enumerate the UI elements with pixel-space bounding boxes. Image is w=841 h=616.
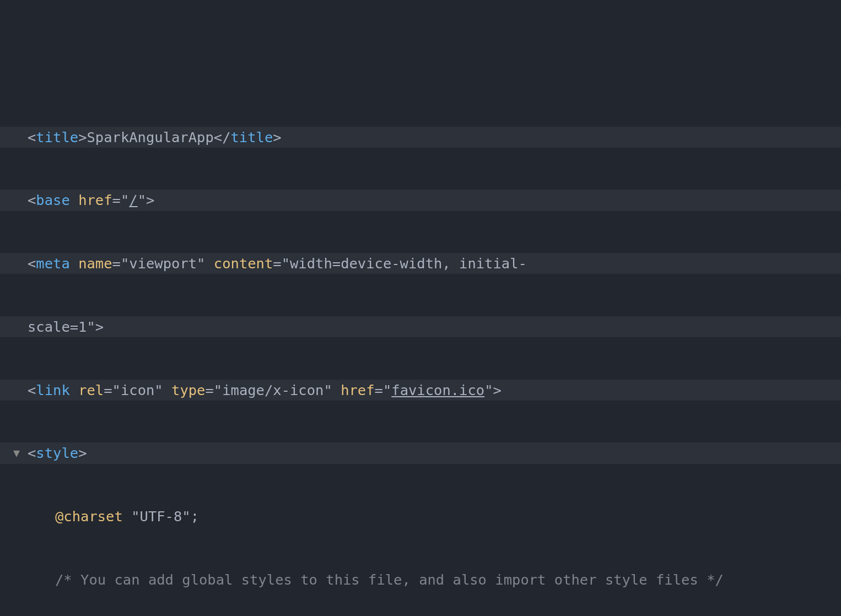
code-line[interactable]: /* You can add global styles to this fil… <box>0 569 841 590</box>
attr-type-value: image/x-icon <box>222 382 324 398</box>
css-atrule-value: "UTF-8" <box>131 508 190 525</box>
tag-style: style <box>36 445 78 461</box>
attr-name-value: viewport <box>129 255 197 272</box>
code-line[interactable]: <link rel="icon" type="image/x-icon" hre… <box>0 380 841 401</box>
code-line[interactable]: scale=1"> <box>0 316 841 337</box>
css-comment: /* You can add global styles to this fil… <box>55 571 724 588</box>
attr-name: name <box>78 255 112 272</box>
attr-content: content <box>214 255 273 272</box>
code-editor[interactable]: <title>SparkAngularApp</title> <base hre… <box>0 84 841 616</box>
fold-triangle-icon[interactable]: ▼ <box>13 445 28 461</box>
tag-meta: meta <box>36 255 69 272</box>
attr-href-value: / <box>129 192 137 208</box>
code-line[interactable]: ▼<style> <box>0 442 841 463</box>
tag-link: link <box>36 382 69 398</box>
attr-rel-value: icon <box>121 382 154 398</box>
attr-content-value-part2: scale=1 <box>28 318 87 335</box>
code-line[interactable]: @charset "UTF-8"; <box>0 506 841 527</box>
tag-title-close: title <box>231 129 273 145</box>
css-atrule: @charset <box>55 508 123 525</box>
code-line[interactable]: <title>SparkAngularApp</title> <box>0 127 841 148</box>
attr-rel: rel <box>78 382 104 398</box>
attr-href: href <box>341 382 374 398</box>
code-line[interactable]: <base href="/"> <box>0 190 841 210</box>
attr-href-value: favicon.ico <box>391 382 484 398</box>
tag-title-open: title <box>36 129 78 145</box>
attr-type: type <box>171 382 205 398</box>
tag-base: base <box>36 192 69 208</box>
attr-href: href <box>78 192 112 208</box>
title-text: SparkAngularApp <box>87 129 213 145</box>
attr-content-value-part1: width=device-width, initial- <box>290 255 527 272</box>
code-line[interactable]: <meta name="viewport" content="width=dev… <box>0 253 841 274</box>
